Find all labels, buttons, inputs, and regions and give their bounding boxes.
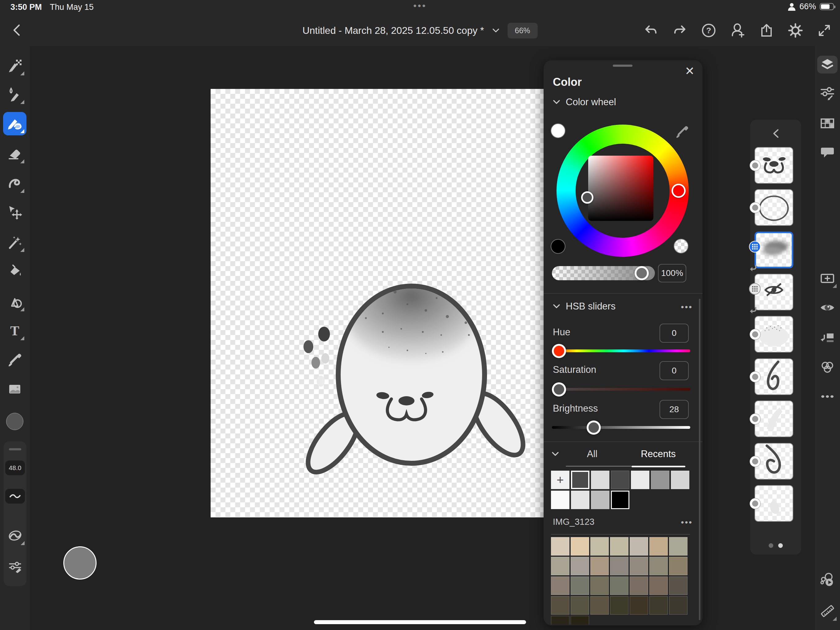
layer-row-5[interactable] xyxy=(755,316,793,353)
palette-swatch-22[interactable] xyxy=(551,596,569,615)
color-wheel-section-header[interactable]: Color wheel xyxy=(553,97,616,108)
fullscreen-button[interactable] xyxy=(816,23,832,38)
panel-drag-handle[interactable] xyxy=(613,65,632,67)
hue-slider-knob[interactable] xyxy=(552,344,566,358)
clip-mask-button[interactable] xyxy=(819,329,835,345)
palette-swatch-3[interactable] xyxy=(591,537,609,556)
layer-opacity-badge[interactable] xyxy=(750,456,761,467)
palette-swatch-19[interactable] xyxy=(630,576,648,595)
layer-opacity-badge[interactable] xyxy=(750,202,761,213)
palette-swatch-14[interactable] xyxy=(669,557,687,575)
recent-swatch-7[interactable] xyxy=(551,491,569,509)
sb-square-selector[interactable] xyxy=(581,192,594,204)
add-layer-button[interactable] xyxy=(819,271,835,287)
palette-swatch-13[interactable] xyxy=(649,557,668,575)
layers-page-indicator[interactable] xyxy=(769,543,783,548)
layer-row-7[interactable] xyxy=(755,400,793,437)
brightness-value-field[interactable]: 28 xyxy=(660,400,689,419)
saturation-brightness-square[interactable] xyxy=(588,156,654,221)
brightness-slider[interactable] xyxy=(552,426,690,429)
tool-eraser[interactable] xyxy=(3,142,27,166)
layer-opacity-badge[interactable] xyxy=(750,371,761,382)
palette-swatch-28[interactable] xyxy=(669,596,687,615)
palette-swatch-27[interactable] xyxy=(649,596,668,615)
palette-swatch-16[interactable] xyxy=(571,576,589,595)
palette-swatch-8[interactable] xyxy=(551,557,569,575)
opacity-slider-knob[interactable] xyxy=(635,266,649,280)
layer-opacity-badge[interactable] xyxy=(750,498,761,509)
opacity-value-field[interactable]: 100% xyxy=(658,264,686,282)
tool-magic-wand[interactable] xyxy=(3,231,27,254)
palette-swatch-30[interactable] xyxy=(571,616,589,624)
tool-shapes[interactable] xyxy=(3,290,27,313)
title-chevron-down-icon[interactable] xyxy=(492,28,499,33)
ruler-button[interactable] xyxy=(819,603,835,619)
smoothing-button[interactable] xyxy=(3,524,27,547)
recent-swatch-10[interactable] xyxy=(611,491,629,509)
blend-mode-button[interactable] xyxy=(819,359,835,375)
hue-wheel-selector[interactable] xyxy=(671,184,686,198)
recent-swatch-5[interactable] xyxy=(651,471,669,489)
palette-swatch-18[interactable] xyxy=(610,576,628,595)
tool-mixer-brush[interactable] xyxy=(3,112,27,135)
recent-swatch-9[interactable] xyxy=(591,491,609,509)
zoom-level-badge[interactable]: 66% xyxy=(507,23,537,38)
palette-swatch-4[interactable] xyxy=(610,537,628,556)
tool-transform[interactable] xyxy=(3,201,27,224)
swatches-collapse-chevron[interactable] xyxy=(552,451,559,456)
brightness-slider-knob[interactable] xyxy=(587,421,601,435)
palette-swatch-9[interactable] xyxy=(571,557,589,575)
tool-smudge[interactable] xyxy=(3,172,27,195)
brush-flow-button[interactable] xyxy=(5,489,25,503)
layer-opacity-badge[interactable] xyxy=(750,160,761,171)
recent-swatch-8[interactable] xyxy=(571,491,589,509)
help-button[interactable]: ? xyxy=(701,23,717,38)
saturation-value-field[interactable]: 0 xyxy=(660,361,689,380)
layer-thumbnail-4[interactable] xyxy=(755,274,793,310)
layer-row-8[interactable] xyxy=(755,443,793,480)
eyedropper-icon[interactable] xyxy=(675,125,689,139)
palette-options-icon[interactable]: ••• xyxy=(681,518,693,527)
palette-swatch-29[interactable] xyxy=(551,616,569,624)
recent-swatch-1[interactable] xyxy=(571,471,589,489)
recent-swatch-3[interactable] xyxy=(611,471,629,489)
palette-swatch-23[interactable] xyxy=(571,596,589,615)
recent-swatch-6[interactable] xyxy=(671,471,689,489)
layer-thumbnail-3[interactable] xyxy=(755,232,793,268)
black-color-shortcut[interactable] xyxy=(551,239,565,254)
layer-row-3-selected[interactable] xyxy=(755,232,793,268)
redo-button[interactable] xyxy=(672,23,687,38)
saturation-slider[interactable] xyxy=(552,388,690,391)
tool-pixel-brush[interactable] xyxy=(3,54,27,78)
pixel-layer-badge[interactable] xyxy=(749,283,761,295)
brush-size-field[interactable]: 48.0 xyxy=(5,461,25,475)
layer-row-1[interactable] xyxy=(755,147,793,184)
palette-swatch-12[interactable] xyxy=(630,557,648,575)
palette-swatch-6[interactable] xyxy=(649,537,668,556)
layers-panel-button[interactable] xyxy=(817,56,838,73)
timelapse-button[interactable] xyxy=(819,572,835,588)
palette-swatch-21[interactable] xyxy=(669,576,687,595)
palette-swatch-11[interactable] xyxy=(610,557,628,575)
palette-swatch-2[interactable] xyxy=(571,537,589,556)
comments-panel-button[interactable] xyxy=(819,144,835,160)
foreground-color-well[interactable] xyxy=(3,410,27,433)
add-swatch-button[interactable]: + xyxy=(551,471,569,489)
close-icon[interactable]: ✕ xyxy=(685,65,695,77)
tool-eyedropper[interactable] xyxy=(3,348,27,372)
layer-visibility-button[interactable] xyxy=(819,300,835,316)
hue-slider[interactable] xyxy=(552,350,690,352)
layer-opacity-badge[interactable] xyxy=(750,329,761,340)
brush-settings-button[interactable] xyxy=(3,555,27,579)
palette-swatch-10[interactable] xyxy=(591,557,609,575)
tab-all[interactable]: All xyxy=(587,448,597,459)
palette-swatch-17[interactable] xyxy=(591,576,609,595)
hsb-section-header[interactable]: HSB sliders xyxy=(553,301,616,312)
hsb-options-icon[interactable]: ••• xyxy=(681,302,693,312)
tool-live-brush[interactable] xyxy=(3,83,27,106)
layer-row-6[interactable] xyxy=(755,358,793,395)
layer-row-9[interactable] xyxy=(755,485,793,522)
back-button[interactable] xyxy=(9,22,25,38)
share-button[interactable] xyxy=(759,23,774,38)
multitasking-dots-icon[interactable]: ••• xyxy=(413,1,427,11)
